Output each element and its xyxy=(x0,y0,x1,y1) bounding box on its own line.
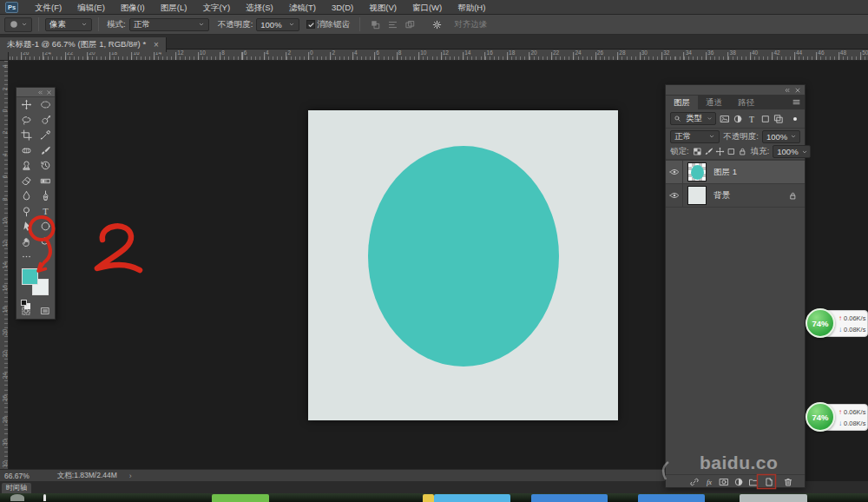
close-panel-icon[interactable] xyxy=(794,87,801,94)
eyedropper-tool[interactable] xyxy=(36,128,55,143)
history-brush-tool[interactable] xyxy=(36,158,55,174)
move-tool[interactable] xyxy=(16,97,36,113)
memory-ball[interactable]: 74% xyxy=(806,308,835,338)
type-tool[interactable]: T xyxy=(36,204,55,220)
hand-tool[interactable] xyxy=(16,234,36,250)
menu-item-0[interactable]: 文件(F) xyxy=(27,0,69,15)
taskbar-app[interactable] xyxy=(434,494,510,502)
collapse-icon[interactable] xyxy=(37,89,43,96)
filter-type-select[interactable]: 类型 xyxy=(670,112,716,125)
crop-tool[interactable] xyxy=(16,128,36,143)
shape-fill-mode-select[interactable]: 像素 xyxy=(45,18,92,31)
collapse-panels-icon[interactable] xyxy=(784,87,791,94)
quick-selection-tool[interactable] xyxy=(36,113,55,129)
taskbar-app[interactable] xyxy=(10,494,24,501)
clone-stamp-tool[interactable] xyxy=(16,158,36,174)
antialias-checkbox[interactable]: 消除锯齿 xyxy=(306,19,353,30)
vertical-ruler[interactable]: 4202468101214161820222426283032 xyxy=(0,61,9,469)
taskbar-app[interactable] xyxy=(43,494,46,501)
net-speed-widget-1[interactable]: ↑0.06K/s↓0.08K/s74% xyxy=(806,402,868,433)
new-layer-button[interactable] xyxy=(763,476,774,487)
menu-item-5[interactable]: 选择(S) xyxy=(238,0,281,15)
lock-transparency-button[interactable] xyxy=(693,146,702,158)
pen-tool[interactable] xyxy=(36,188,55,204)
filter-shape-button[interactable] xyxy=(760,112,771,125)
document-tab[interactable]: 未标题-1 @ 66.7% (图层 1, RGB/8#) * × xyxy=(0,37,167,52)
filter-pixel-button[interactable] xyxy=(719,112,730,125)
fill-opacity-select[interactable]: 100% xyxy=(773,145,811,158)
tool-preset-picker[interactable] xyxy=(4,17,32,32)
app-logo[interactable]: Ps xyxy=(5,2,18,13)
panel-tab-1[interactable]: 通道 xyxy=(698,96,730,109)
panel-tab-0[interactable]: 图层 xyxy=(666,96,698,109)
layer-opacity-select[interactable]: 100% xyxy=(762,130,800,143)
layer-row-1[interactable]: 背景 xyxy=(666,184,805,208)
link-layers-button[interactable] xyxy=(688,476,700,487)
taskbar-app[interactable] xyxy=(638,494,705,502)
dodge-tool[interactable] xyxy=(16,204,36,220)
lock-all-button[interactable] xyxy=(738,146,747,158)
menu-item-9[interactable]: 窗口(W) xyxy=(404,0,450,15)
zoom-level-field[interactable]: 66.67% xyxy=(4,472,30,480)
menu-item-7[interactable]: 3D(D) xyxy=(324,0,361,15)
memory-ball[interactable]: 74% xyxy=(806,402,835,432)
eraser-tool[interactable] xyxy=(16,174,36,189)
path-operations-button[interactable] xyxy=(367,17,383,32)
taskbar-app[interactable] xyxy=(740,494,807,502)
adjustment-layer-button[interactable] xyxy=(733,476,744,487)
opacity-select[interactable]: 100% xyxy=(256,18,299,31)
status-expander[interactable]: › xyxy=(129,472,132,480)
close-icon[interactable] xyxy=(46,89,52,96)
menu-item-4[interactable]: 文字(Y) xyxy=(194,0,238,15)
lasso-tool[interactable] xyxy=(16,113,36,129)
layer-row-0[interactable]: 图层 1 xyxy=(666,161,805,184)
path-alignment-button[interactable] xyxy=(385,17,400,32)
visibility-toggle[interactable] xyxy=(666,184,683,208)
layer-style-button[interactable]: fx xyxy=(703,476,714,487)
blur-tool[interactable] xyxy=(16,188,36,204)
brush-tool[interactable] xyxy=(36,143,55,159)
healing-brush-tool[interactable] xyxy=(16,143,36,159)
lock-position-button[interactable] xyxy=(715,146,725,158)
ellipse-tool[interactable] xyxy=(36,219,55,234)
menu-item-10[interactable]: 帮助(H) xyxy=(450,0,493,15)
filter-adjustment-button[interactable] xyxy=(733,112,744,125)
blend-mode-select[interactable]: 正常 xyxy=(129,18,209,31)
menu-item-3[interactable]: 图层(L) xyxy=(153,0,195,15)
filter-type-button[interactable]: T xyxy=(746,112,758,125)
screen-mode-button[interactable] xyxy=(40,306,50,316)
canvas[interactable] xyxy=(308,110,618,420)
menu-item-6[interactable]: 滤镜(T) xyxy=(281,0,324,15)
visibility-toggle[interactable] xyxy=(666,161,683,184)
lock-artboard-button[interactable] xyxy=(727,146,736,158)
gradient-tool[interactable] xyxy=(36,174,55,189)
menu-item-1[interactable]: 编辑(E) xyxy=(69,0,113,15)
filter-smartobject-button[interactable] xyxy=(773,112,785,125)
marquee-tool[interactable] xyxy=(36,97,55,113)
menu-item-2[interactable]: 图像(I) xyxy=(113,0,153,15)
menu-item-8[interactable]: 视图(V) xyxy=(361,0,404,15)
foreground-color-swatch[interactable] xyxy=(22,268,38,285)
net-speed-widget-0[interactable]: ↑0.06K/s↓0.08K/s74% xyxy=(806,308,868,340)
taskbar-app[interactable] xyxy=(531,494,608,502)
filter-toggle-button[interactable] xyxy=(789,112,800,125)
lock-pixels-button[interactable] xyxy=(704,146,713,158)
path-selection-tool[interactable] xyxy=(16,219,36,234)
timeline-panel-tab[interactable]: 时间轴 xyxy=(2,483,31,493)
panel-tab-2[interactable]: 路径 xyxy=(730,96,762,109)
taskbar-app[interactable] xyxy=(212,494,269,502)
zoom-tool[interactable] xyxy=(36,234,55,250)
layer-mask-button[interactable] xyxy=(718,476,729,487)
delete-layer-button[interactable] xyxy=(782,476,793,487)
taskbar-app[interactable] xyxy=(423,494,434,502)
panel-menu-icon[interactable] xyxy=(792,97,801,107)
path-arrange-button[interactable] xyxy=(402,17,418,32)
new-group-button[interactable] xyxy=(747,476,759,487)
tools-panel-header[interactable] xyxy=(16,88,55,97)
layer-blend-mode-select[interactable]: 正常 xyxy=(670,130,720,143)
more-tools[interactable] xyxy=(16,249,36,265)
layer-thumbnail[interactable] xyxy=(687,186,707,205)
geometry-options-button[interactable] xyxy=(429,17,444,32)
close-tab-button[interactable]: × xyxy=(154,40,159,50)
layer-thumbnail[interactable] xyxy=(687,162,707,182)
